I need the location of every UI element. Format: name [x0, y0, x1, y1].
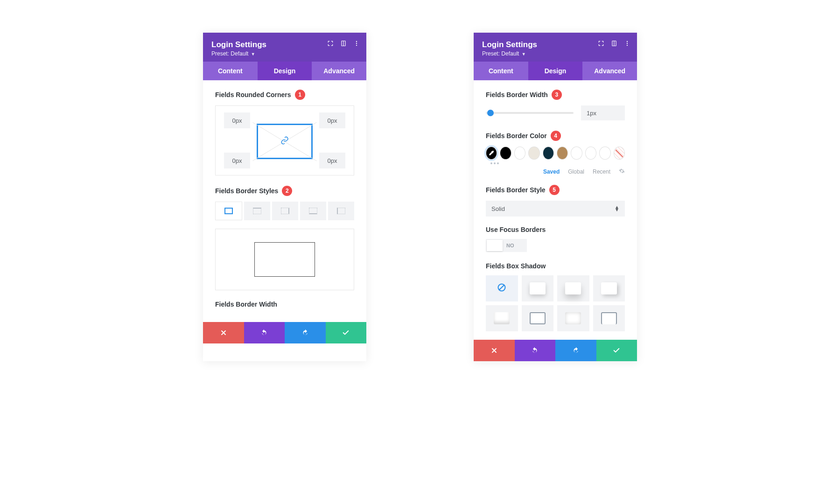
eyedropper-button[interactable] [486, 147, 497, 160]
more-colors-icon[interactable] [490, 162, 625, 164]
redo-button[interactable] [555, 340, 596, 361]
border-style-all[interactable] [215, 202, 242, 220]
corner-bottom-right[interactable] [319, 153, 345, 168]
border-style-bottom[interactable] [300, 202, 326, 220]
toggle-knob [487, 240, 503, 251]
preset-value: Default [501, 50, 519, 57]
border-color-label: Fields Border Color [486, 132, 547, 140]
svg-point-3 [356, 43, 357, 44]
border-style-select[interactable]: Solid ▲▼ [486, 201, 625, 217]
preset-selector[interactable]: Preset: Default ▼ [482, 50, 629, 57]
shadow-none[interactable] [486, 275, 518, 301]
rounded-corners-label: Fields Rounded Corners [215, 91, 291, 98]
border-style-right[interactable] [272, 202, 298, 220]
link-icon[interactable] [280, 136, 289, 147]
border-preview [215, 229, 354, 290]
shadow-preset[interactable] [522, 275, 554, 301]
tab-design[interactable]: Design [258, 62, 312, 80]
preset-label: Preset: [482, 50, 500, 57]
border-styles-label: Fields Border Styles [215, 187, 278, 195]
gear-icon[interactable] [619, 168, 625, 175]
color-tab-saved[interactable]: Saved [543, 168, 560, 175]
border-style-left[interactable] [328, 202, 354, 220]
shadow-preset[interactable] [593, 275, 625, 301]
preset-selector[interactable]: Preset: Default ▼ [211, 50, 358, 57]
slider-thumb[interactable] [487, 110, 494, 116]
color-swatch[interactable] [528, 147, 539, 160]
undo-button[interactable] [244, 322, 285, 343]
header: Login Settings Preset: Default ▼ [203, 33, 366, 62]
color-swatches [486, 147, 625, 160]
tabs: Content Design Advanced [474, 62, 637, 80]
redo-button[interactable] [285, 322, 326, 343]
corner-top-left[interactable] [224, 112, 250, 128]
border-width-label: Fields Border Width [486, 91, 548, 98]
border-width-input[interactable] [581, 105, 625, 120]
svg-point-8 [627, 43, 628, 44]
callout-4: 4 [551, 131, 561, 141]
border-style-tabs [215, 202, 354, 220]
chevron-down-icon: ▼ [251, 52, 255, 56]
corner-top-right[interactable] [319, 112, 345, 128]
color-swatch[interactable] [571, 147, 582, 160]
border-style-top[interactable] [244, 202, 270, 220]
shadow-preset[interactable] [593, 305, 625, 331]
tab-advanced[interactable]: Advanced [582, 62, 637, 80]
border-style-value: Solid [491, 205, 505, 212]
tabs: Content Design Advanced [203, 62, 366, 80]
color-swatch[interactable] [585, 147, 596, 160]
border-width-label: Fields Border Width [215, 301, 277, 308]
preview-rect [254, 242, 315, 277]
footer [474, 340, 637, 361]
tab-advanced[interactable]: Advanced [312, 62, 366, 80]
panel-right: Login Settings Preset: Default ▼ Content… [474, 33, 637, 361]
responsive-icon[interactable] [611, 40, 617, 49]
box-shadow-grid [486, 275, 625, 331]
use-focus-toggle[interactable]: NO [486, 239, 527, 252]
panel-left: Login Settings Preset: Default ▼ Content… [203, 33, 366, 361]
shadow-preset[interactable] [486, 305, 518, 331]
color-tab-recent[interactable]: Recent [593, 168, 610, 175]
responsive-icon[interactable] [340, 40, 347, 49]
shadow-preset[interactable] [522, 305, 554, 331]
menu-icon[interactable] [624, 40, 630, 49]
tab-content[interactable]: Content [474, 62, 528, 80]
footer [203, 322, 366, 343]
cancel-button[interactable] [474, 340, 515, 361]
menu-icon[interactable] [353, 40, 360, 49]
preset-label: Preset: [211, 50, 229, 57]
corner-bottom-left[interactable] [224, 153, 250, 168]
border-style-label: Fields Border Style [486, 186, 546, 194]
color-swatch[interactable] [599, 147, 610, 160]
callout-1: 1 [295, 90, 305, 100]
svg-line-11 [499, 285, 504, 290]
color-swatch[interactable] [500, 147, 511, 160]
color-swatch-none[interactable] [614, 147, 625, 160]
border-width-slider[interactable] [486, 112, 574, 114]
expand-icon[interactable] [327, 40, 334, 49]
callout-2: 2 [282, 186, 292, 196]
select-caret-icon: ▲▼ [615, 206, 619, 211]
color-swatch[interactable] [543, 147, 554, 160]
color-tab-global[interactable]: Global [568, 168, 584, 175]
toggle-label: NO [506, 243, 514, 248]
save-button[interactable] [596, 340, 637, 361]
cancel-button[interactable] [203, 322, 244, 343]
use-focus-label: Use Focus Borders [486, 226, 546, 233]
svg-point-4 [356, 45, 357, 46]
corner-preview [257, 124, 313, 159]
shadow-preset[interactable] [557, 305, 589, 331]
shadow-preset[interactable] [557, 275, 589, 301]
undo-button[interactable] [515, 340, 556, 361]
preset-value: Default [231, 50, 248, 57]
save-button[interactable] [326, 322, 367, 343]
color-swatch[interactable] [557, 147, 568, 160]
tab-content[interactable]: Content [203, 62, 258, 80]
svg-point-2 [356, 41, 357, 42]
color-swatch[interactable] [514, 147, 525, 160]
box-shadow-label: Fields Box Shadow [486, 262, 546, 270]
callout-3: 3 [552, 90, 562, 100]
expand-icon[interactable] [598, 40, 604, 49]
svg-point-9 [627, 45, 628, 46]
tab-design[interactable]: Design [528, 62, 583, 80]
